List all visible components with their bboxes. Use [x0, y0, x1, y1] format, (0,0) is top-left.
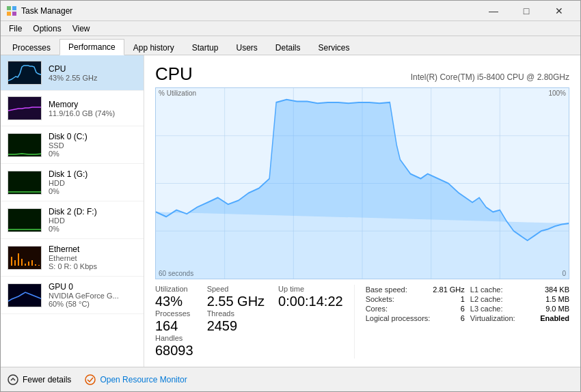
task-manager-window: Task Manager — □ ✕ File Options View Pro… [0, 0, 581, 392]
ethernet-detail1: Ethernet [49, 254, 137, 262]
cpu-detail: 43% 2.55 GHz [49, 74, 137, 82]
gpu0-info: GPU 0 NVIDIA GeForce G... 60% (58 °C) [49, 282, 137, 308]
main-content: CPU 43% 2.55 GHz Memory 11.9/16.0 GB (74… [1, 55, 580, 367]
threads-label: Threads [207, 309, 265, 318]
l1-cache-label: L1 cache: [470, 285, 503, 294]
svg-marker-21 [156, 100, 569, 279]
disk0-name: Disk 0 (C:) [49, 132, 137, 141]
l1-cache-value: 384 KB [545, 285, 569, 294]
gpu0-detail2: 60% (58 °C) [49, 300, 137, 308]
tab-performance[interactable]: Performance [59, 39, 124, 55]
menu-view[interactable]: View [67, 23, 96, 35]
uptime-label: Up time [278, 285, 343, 293]
gpu0-detail1: NVIDIA GeForce G... [49, 292, 137, 300]
footer: Fewer details Open Resource Monitor [1, 367, 580, 391]
base-speed-row: Base speed: 2.81 GHz [366, 285, 465, 294]
taskmanager-icon [6, 5, 17, 16]
svg-point-22 [8, 375, 18, 384]
sidebar-item-disk2[interactable]: Disk 2 (D: F:) HDD 0% [1, 201, 144, 239]
right-stats: Base speed: 2.81 GHz L1 cache: 384 KB So… [354, 285, 569, 359]
cpu-info: CPU 43% 2.55 GHz [49, 64, 137, 82]
cpu-chart-svg [156, 88, 569, 279]
cores-value: 6 [461, 305, 465, 313]
sockets-value: 1 [461, 295, 465, 303]
sidebar-item-gpu0[interactable]: GPU 0 NVIDIA GeForce G... 60% (58 °C) [1, 277, 144, 314]
cores-row: Cores: 6 [366, 304, 465, 313]
memory-info: Memory 11.9/16.0 GB (74%) [49, 100, 137, 117]
cores-label: Cores: [366, 305, 388, 313]
svg-rect-0 [7, 6, 11, 10]
disk0-thumbnail [8, 133, 42, 157]
handles-value: 68093 [155, 342, 193, 359]
cpu-name: CPU [49, 64, 137, 74]
title-bar: Task Manager — □ ✕ [1, 1, 580, 21]
disk1-name: Disk 1 (G:) [49, 169, 137, 179]
menu-options[interactable]: Options [27, 23, 66, 35]
ethernet-name: Ethernet [49, 244, 137, 254]
processes-label: Processes [155, 309, 193, 318]
title-bar-left: Task Manager [6, 5, 72, 16]
disk1-detail1: HDD [49, 179, 137, 187]
panel-header: CPU Intel(R) Core(TM) i5-8400 CPU @ 2.80… [155, 64, 569, 85]
l2-cache-label: L2 cache: [470, 295, 503, 303]
sockets-row: Sockets: 1 [366, 294, 465, 304]
tab-users[interactable]: Users [227, 40, 266, 55]
tab-startup[interactable]: Startup [183, 40, 228, 55]
window-controls: — □ ✕ [478, 1, 575, 21]
fewer-details-button[interactable]: Fewer details [8, 374, 71, 385]
ethernet-info: Ethernet Ethernet S: 0 R: 0 Kbps [49, 244, 137, 270]
disk1-info: Disk 1 (G:) HDD 0% [49, 169, 137, 195]
sockets-label: Sockets: [366, 295, 394, 303]
sidebar-item-memory[interactable]: Memory 11.9/16.0 GB (74%) [1, 91, 144, 126]
sidebar-item-disk1[interactable]: Disk 1 (G:) HDD 0% [1, 164, 144, 201]
threads-value: 2459 [207, 318, 265, 334]
right-stats-grid: Base speed: 2.81 GHz L1 cache: 384 KB So… [366, 285, 569, 323]
disk1-detail2: 0% [49, 187, 137, 195]
cpu-chart: % Utilization 100% 60 seconds 0 [155, 87, 569, 279]
panel-title: CPU [155, 64, 193, 85]
handles-label: Handles [155, 334, 193, 342]
sidebar-item-ethernet[interactable]: Ethernet Ethernet S: 0 R: 0 Kbps [1, 239, 144, 277]
tab-app-history[interactable]: App history [124, 40, 183, 55]
base-speed-label: Base speed: [366, 285, 407, 294]
tab-details[interactable]: Details [267, 40, 310, 55]
sidebar-item-cpu[interactable]: CPU 43% 2.55 GHz [1, 55, 144, 91]
speed-value: 2.55 GHz [207, 293, 265, 309]
sidebar-item-disk0[interactable]: Disk 0 (C:) SSD 0% [1, 126, 144, 164]
minimize-button[interactable]: — [478, 1, 509, 21]
utilization-group: Utilization 43% [155, 285, 193, 309]
disk2-detail1: HDD [49, 216, 137, 225]
open-resource-monitor-button[interactable]: Open Resource Monitor [85, 374, 187, 385]
panel-subtitle: Intel(R) Core(TM) i5-8400 CPU @ 2.80GHz [411, 72, 569, 82]
uptime-group: Up time 0:00:14:22 [278, 285, 343, 309]
disk2-name: Disk 2 (D: F:) [49, 207, 137, 216]
arrow-up-icon [8, 374, 18, 385]
l2-cache-row: L2 cache: 1.5 MB [470, 294, 569, 304]
stats-row: Utilization 43% Speed 2.55 GHz Up time 0… [155, 285, 569, 359]
maximize-button[interactable]: □ [511, 1, 542, 21]
svg-rect-1 [12, 6, 16, 10]
base-speed-value: 2.81 GHz [433, 285, 464, 294]
gpu0-thumbnail [8, 283, 42, 307]
memory-name: Memory [49, 100, 137, 109]
tab-processes[interactable]: Processes [3, 40, 59, 55]
memory-thumbnail [8, 96, 42, 120]
close-button[interactable]: ✕ [543, 1, 575, 21]
virtualization-row: Virtualization: Enabled [470, 313, 569, 323]
tab-bar: Processes Performance App history Startu… [1, 36, 580, 55]
open-resource-monitor-label: Open Resource Monitor [100, 375, 187, 384]
l3-cache-value: 9.0 MB [545, 305, 569, 313]
ethernet-detail2: S: 0 R: 0 Kbps [49, 262, 137, 270]
utilization-value: 43% [155, 293, 193, 309]
uptime-value: 0:00:14:22 [278, 293, 343, 309]
gpu0-name: GPU 0 [49, 282, 137, 292]
tab-services[interactable]: Services [310, 40, 359, 55]
utilization-label: Utilization [155, 285, 193, 293]
menu-file[interactable]: File [3, 23, 27, 35]
svg-point-23 [85, 375, 95, 384]
svg-rect-3 [12, 12, 16, 16]
disk0-detail2: 0% [49, 150, 137, 158]
memory-detail: 11.9/16.0 GB (74%) [49, 109, 137, 117]
speed-group: Speed 2.55 GHz [207, 285, 265, 309]
logical-processors-row: Logical processors: 6 [366, 313, 465, 323]
